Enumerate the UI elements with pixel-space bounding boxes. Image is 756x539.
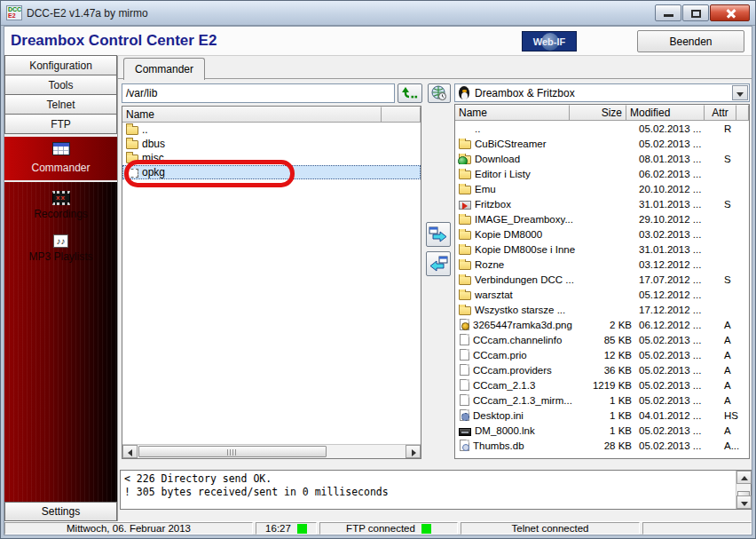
file-name-cell: CCcam.prio (455, 349, 582, 361)
file-size-cell: 12 KB (582, 350, 639, 361)
table-row[interactable]: CCcam_2.1.3_mirm...1 KB05.02.2013 ...A (455, 392, 749, 408)
sidebar-nav: CommanderxxRecordings♪♪MP3 Playlists Set… (4, 137, 117, 521)
file-attr-cell: S (717, 274, 749, 285)
folder-icon (459, 261, 471, 270)
file-name-cell: CCcam.channelinfo (455, 334, 582, 345)
column-extra[interactable] (382, 107, 421, 123)
file-name-cell: Thumbs.db (455, 440, 582, 451)
path-toolbar: /var/lib (122, 83, 451, 103)
sidebar-button-konfiguration[interactable]: Konfiguration (4, 55, 117, 75)
file-name-cell: .. (455, 123, 582, 134)
sidebar-item-label: MP3 Playlists (4, 250, 117, 263)
table-row[interactable]: Download08.01.2013 ...S (455, 151, 749, 166)
table-row[interactable]: Wszystko starsze ...17.12.2012 ... (455, 302, 749, 317)
log-scrollbar[interactable] (736, 471, 751, 509)
file-name: Desktop.ini (473, 410, 524, 421)
table-row[interactable]: Kopie DM800se i Inne31.01.2013 ... (455, 242, 749, 257)
transfer-left-button[interactable] (426, 251, 451, 276)
table-row[interactable]: Kopie DM800003.02.2013 ... (455, 226, 749, 242)
table-row[interactable]: CCcam.channelinfo85 KB05.02.2013 ...A (455, 332, 749, 347)
file-row[interactable]: opkg (122, 165, 421, 179)
minimize-icon (664, 14, 673, 17)
table-row[interactable]: Fritzbox31.01.2013 ...S (455, 196, 749, 211)
film-icon: xx (52, 191, 70, 205)
down-arrow-icon (741, 502, 748, 506)
file-name-cell: CCcam.providers (455, 364, 582, 376)
scroll-left-button[interactable] (122, 445, 138, 458)
refresh-globe-button[interactable] (428, 83, 451, 103)
web-if-button[interactable]: Web-IF (522, 31, 577, 52)
file-attr-cell: A (717, 425, 749, 436)
file-name-cell: CuBiCStreamer (455, 139, 582, 149)
scroll-right-button[interactable] (406, 445, 421, 458)
beenden-button[interactable]: Beenden (637, 30, 744, 52)
table-row[interactable]: CuBiCStreamer05.02.2013 ... (455, 136, 749, 151)
sidebar-button-ftp[interactable]: FTP (4, 114, 117, 134)
column-attr[interactable]: Attr (705, 105, 736, 121)
gear-file-icon (460, 409, 469, 421)
sidebar-button-telnet[interactable]: Telnet (4, 94, 117, 115)
horizontal-scrollbar[interactable] (122, 444, 421, 458)
file-icon (460, 394, 469, 406)
file-row[interactable]: misc (122, 151, 421, 165)
up-directory-button[interactable] (398, 83, 422, 103)
file-modified-cell: 04.01.2012 ... (639, 410, 717, 421)
scroll-down-button[interactable] (736, 495, 752, 509)
right-column-header: Name Size Modified Attr (455, 105, 749, 121)
settings-button[interactable]: Settings (4, 502, 117, 521)
file-row[interactable]: dbus (122, 137, 421, 151)
table-row[interactable]: CCcam.providers36 KB05.02.2013 ...A (455, 362, 749, 377)
file-size-cell: 1219 KB (582, 380, 639, 391)
left-column-header: Name (122, 107, 421, 123)
folder-icon (126, 126, 138, 135)
file-attr-cell: A (717, 335, 749, 345)
file-size-cell: 1 KB (582, 425, 639, 436)
column-size[interactable]: Size (570, 105, 626, 121)
file-row[interactable]: .. (122, 123, 421, 137)
file-attr-cell: A (717, 365, 749, 376)
table-row[interactable]: Emu20.10.2012 ... (455, 181, 749, 196)
dropdown-button[interactable] (732, 85, 748, 100)
table-row[interactable]: CCcam_2.1.31219 KB05.02.2013 ...A (455, 377, 749, 392)
scroll-up-button[interactable] (736, 471, 752, 484)
file-name: CCcam.channelinfo (473, 335, 562, 345)
profile-dropdown[interactable]: Dreambox & Fritzbox (454, 83, 750, 102)
scrollbar-thumb[interactable] (138, 446, 327, 457)
table-row[interactable]: Desktop.ini1 KB04.01.2012 ...HS (455, 408, 749, 423)
table-row[interactable]: Rozne03.12.2012 ... (455, 257, 749, 272)
status-extra (642, 522, 752, 535)
table-row[interactable]: ..05.02.2013 ...R (455, 121, 749, 136)
maximize-button[interactable] (682, 4, 709, 21)
folder-icon (126, 155, 138, 163)
transfer-right-button[interactable] (426, 222, 451, 247)
column-modified[interactable]: Modified (626, 105, 705, 121)
file-size-cell: 2 KB (582, 320, 639, 330)
status-date: Mittwoch, 06. Februar 2013 (4, 522, 253, 535)
minimize-button[interactable] (655, 4, 681, 21)
column-name[interactable]: Name (455, 105, 570, 121)
sidebar-item-recordings[interactable]: xxRecordings (4, 182, 117, 226)
tab-commander[interactable]: Commander (123, 58, 205, 80)
sidebar-button-tools[interactable]: Tools (4, 75, 117, 95)
file-name: CCcam.providers (473, 365, 552, 376)
table-row[interactable]: CCcam.prio12 KB05.02.2013 ...A (455, 347, 749, 362)
close-button[interactable] (710, 4, 750, 21)
table-row[interactable]: IMAGE_Dreamboxy...29.10.2012 ... (455, 211, 749, 226)
sidebar-top-buttons: KonfigurationToolsTelnetFTP (4, 55, 117, 134)
sidebar-item-mp3-playlists[interactable]: ♪♪MP3 Playlists (4, 226, 117, 269)
right-arrow-icon (412, 449, 416, 456)
file-name: Kopie DM8000 (475, 229, 542, 240)
table-row[interactable]: warsztat05.12.2012 ... (455, 287, 749, 302)
table-row[interactable]: Editor i Listy06.02.2013 ... (455, 166, 749, 181)
sidebar-item-commander[interactable]: Commander (4, 137, 117, 182)
title-bar[interactable]: DCCE2 DCC-E2 v1.47a by mirmo (1, 1, 755, 26)
file-modified-cell: 05.02.2013 ... (639, 350, 717, 361)
table-row[interactable]: 3265447ramka3d.png2 KB06.12.2012 ...A (455, 317, 749, 332)
table-row[interactable]: Thumbs.db28 KB05.02.2013 ...A... (455, 438, 749, 453)
column-name[interactable]: Name (122, 107, 382, 123)
profile-label: Dreambox & Fritzbox (475, 87, 575, 99)
table-row[interactable]: Verbindungen DCC ...17.07.2012 ...S (455, 272, 749, 287)
table-row[interactable]: DM_8000.lnk1 KB05.02.2013 ...A (455, 423, 749, 438)
file-name: Verbindungen DCC ... (475, 274, 574, 285)
path-input[interactable]: /var/lib (122, 83, 395, 103)
